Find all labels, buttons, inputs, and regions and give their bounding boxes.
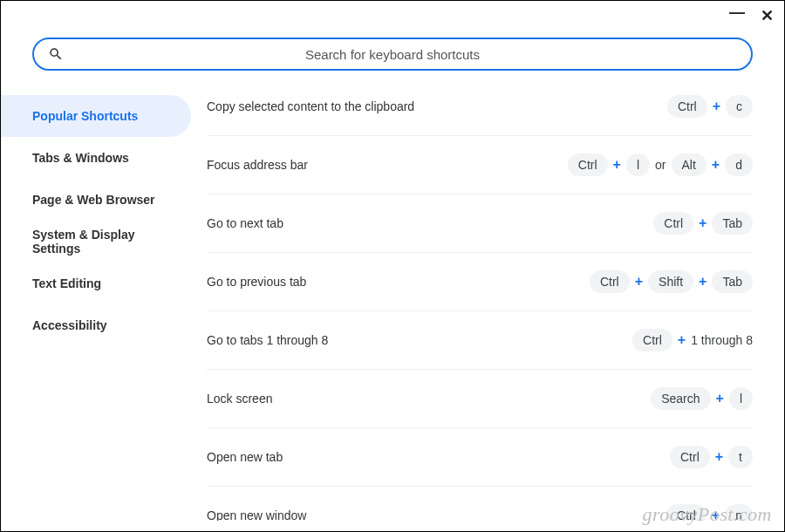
sidebar-item-accessibility[interactable]: Accessibility	[1, 304, 191, 346]
plus-icon: +	[699, 215, 706, 231]
shortcut-keys: Ctrl+Tab	[653, 212, 753, 235]
shortcut-label: Go to tabs 1 through 8	[207, 333, 328, 347]
keycap: c	[726, 95, 753, 118]
shortcut-keys: Ctrl+c	[667, 95, 753, 118]
shortcut-row: Open new tabCtrl+t	[207, 428, 753, 487]
plus-icon: +	[715, 449, 723, 465]
plus-icon: +	[716, 391, 724, 406]
window-controls: — ✕	[729, 8, 774, 24]
plus-icon: +	[635, 274, 643, 290]
shortcut-keys: Search+l	[651, 387, 753, 410]
sidebar-item-popular-shortcuts[interactable]: Popular Shortcuts	[1, 95, 191, 137]
sidebar-item-label: Popular Shortcuts	[32, 109, 138, 123]
keycap: Ctrl	[568, 153, 608, 176]
sidebar-item-page-web-browser[interactable]: Page & Web Browser	[1, 179, 191, 221]
minimize-button[interactable]: —	[729, 4, 745, 20]
shortcut-label: Go to previous tab	[207, 275, 306, 289]
content-area: Popular ShortcutsTabs & WindowsPage & We…	[1, 86, 784, 521]
keycap: Ctrl	[667, 95, 707, 118]
sidebar-item-label: System & Display Settings	[32, 228, 175, 256]
plus-icon: +	[712, 508, 720, 521]
plus-icon: +	[712, 157, 720, 173]
search-icon	[48, 46, 64, 62]
shortcut-text: or	[655, 158, 666, 172]
shortcut-row: Focus address barCtrl+lorAlt+d	[207, 136, 753, 194]
shortcut-text: 1 through 8	[691, 333, 753, 347]
shortcut-row: Go to previous tabCtrl+Shift+Tab	[207, 253, 753, 311]
sidebar-item-text-editing[interactable]: Text Editing	[1, 263, 191, 304]
shortcut-label: Open new window	[207, 508, 306, 521]
sidebar-item-tabs-windows[interactable]: Tabs & Windows	[1, 137, 191, 179]
keycap: l	[626, 153, 650, 176]
sidebar: Popular ShortcutsTabs & WindowsPage & We…	[1, 86, 191, 521]
shortcut-row: Go to tabs 1 through 8Ctrl+1 through 8	[207, 311, 753, 370]
shortcut-keys: Ctrl+t	[670, 446, 753, 468]
sidebar-item-system-display-settings[interactable]: System & Display Settings	[1, 221, 191, 263]
keycap: l	[729, 387, 753, 410]
shortcut-list: Copy selected content to the clipboardCt…	[191, 86, 784, 521]
search-placeholder: Search for keyboard shortcuts	[48, 47, 737, 62]
keycap: Search	[651, 387, 710, 410]
keycap: t	[728, 446, 753, 468]
shortcut-label: Focus address bar	[207, 158, 308, 172]
keycap: Tab	[712, 270, 753, 293]
search-container: Search for keyboard shortcuts	[32, 38, 753, 71]
keycap: Ctrl	[590, 270, 630, 293]
shortcut-row: Lock screenSearch+l	[207, 370, 753, 428]
keycap: Ctrl	[666, 504, 706, 521]
shortcut-keys: Ctrl+Shift+Tab	[590, 270, 753, 293]
keycap: Ctrl	[653, 212, 693, 235]
plus-icon: +	[613, 157, 621, 173]
shortcut-row: Open new windowCtrl+n	[207, 487, 753, 521]
shortcut-keys: Ctrl+1 through 8	[632, 329, 753, 351]
keycap: Ctrl	[670, 446, 710, 468]
shortcut-label: Go to next tab	[207, 216, 283, 230]
shortcut-keys: Ctrl+lorAlt+d	[568, 153, 753, 176]
keycap: d	[725, 153, 753, 176]
keycap: Shift	[648, 270, 693, 293]
keycap: Alt	[672, 153, 706, 176]
shortcut-row: Copy selected content to the clipboardCt…	[207, 86, 753, 136]
plus-icon: +	[678, 332, 686, 348]
shortcut-row: Go to next tabCtrl+Tab	[207, 194, 753, 253]
search-input[interactable]: Search for keyboard shortcuts	[32, 38, 753, 71]
sidebar-item-label: Text Editing	[32, 276, 101, 290]
shortcut-label: Open new tab	[207, 450, 283, 464]
plus-icon: +	[699, 274, 706, 290]
shortcut-label: Lock screen	[207, 392, 272, 406]
close-button[interactable]: ✕	[761, 8, 774, 24]
sidebar-item-label: Accessibility	[32, 318, 107, 332]
sidebar-item-label: Tabs & Windows	[32, 151, 129, 165]
keycap: Ctrl	[632, 329, 672, 351]
shortcut-label: Copy selected content to the clipboard	[207, 99, 414, 113]
keycap: n	[725, 504, 753, 521]
keycap: Tab	[712, 212, 753, 235]
shortcut-keys: Ctrl+n	[666, 504, 753, 521]
plus-icon: +	[713, 99, 720, 114]
sidebar-item-label: Page & Web Browser	[32, 193, 155, 207]
